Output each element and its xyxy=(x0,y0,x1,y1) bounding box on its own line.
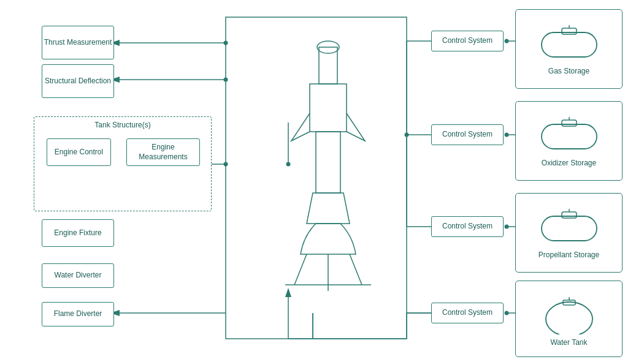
svg-rect-49 xyxy=(319,47,337,84)
svg-point-4 xyxy=(224,78,228,82)
svg-point-7 xyxy=(224,162,228,167)
svg-rect-56 xyxy=(562,28,577,34)
engine-control-label: Engine Control xyxy=(55,148,103,157)
svg-rect-55 xyxy=(542,32,597,57)
svg-rect-59 xyxy=(562,120,577,126)
engine-measurements-box: Engine Measurements xyxy=(126,138,200,166)
tank-structure-label: Tank Structure(s) xyxy=(94,121,150,130)
oxidizer-storage-box: Oxidizer Storage xyxy=(515,101,623,181)
svg-point-1 xyxy=(224,41,228,45)
control-system-3-label: Control System xyxy=(442,222,493,232)
water-tank-box: Water Tank xyxy=(515,281,623,357)
oxidizer-storage-label: Oxidizer Storage xyxy=(542,159,596,167)
svg-rect-62 xyxy=(562,212,577,218)
engine-fixture-box: Engine Fixture xyxy=(42,219,114,247)
structural-deflection-label: Structural Deflection xyxy=(45,77,111,86)
tank-structure-box: Tank Structure(s) Engine Control Engine … xyxy=(34,116,212,211)
svg-line-51 xyxy=(294,254,307,285)
control-system-2-label: Control System xyxy=(442,130,493,140)
gas-storage-label: Gas Storage xyxy=(548,67,589,75)
water-diverter-box: Water Diverter xyxy=(42,263,114,288)
svg-point-23 xyxy=(505,133,509,137)
control-system-3-box: Control System xyxy=(431,216,504,237)
control-system-2-box: Control System xyxy=(431,124,504,145)
svg-point-34 xyxy=(505,311,509,315)
svg-point-29 xyxy=(505,225,509,229)
svg-rect-50 xyxy=(316,132,340,193)
svg-point-64 xyxy=(546,302,592,334)
control-system-4-box: Control System xyxy=(431,303,504,323)
control-system-4-label: Control System xyxy=(442,308,493,318)
svg-rect-58 xyxy=(542,124,597,149)
thrust-measurement-label: Thrust Measurement xyxy=(44,38,112,48)
flame-diverter-box: Flame Diverter xyxy=(42,302,114,326)
propellant-storage-label: Propellant Storage xyxy=(539,251,599,259)
water-diverter-label: Water Diverter xyxy=(55,271,102,281)
svg-point-15 xyxy=(505,39,509,43)
structural-deflection-box: Structural Deflection xyxy=(42,64,114,98)
control-system-1-label: Control System xyxy=(442,36,493,46)
flame-diverter-label: Flame Diverter xyxy=(54,309,102,319)
svg-rect-61 xyxy=(542,216,597,241)
gas-storage-box: Gas Storage xyxy=(515,9,623,89)
control-system-1-box: Control System xyxy=(431,31,504,51)
engine-measurements-label: Engine Measurements xyxy=(127,143,199,162)
engine-fixture-label: Engine Fixture xyxy=(54,228,101,238)
svg-line-52 xyxy=(350,254,362,285)
thrust-measurement-box: Thrust Measurement xyxy=(42,26,114,59)
propellant-storage-box: Propellant Storage xyxy=(515,193,623,273)
water-tank-label: Water Tank xyxy=(550,338,587,347)
engine-control-box: Engine Control xyxy=(47,138,111,166)
